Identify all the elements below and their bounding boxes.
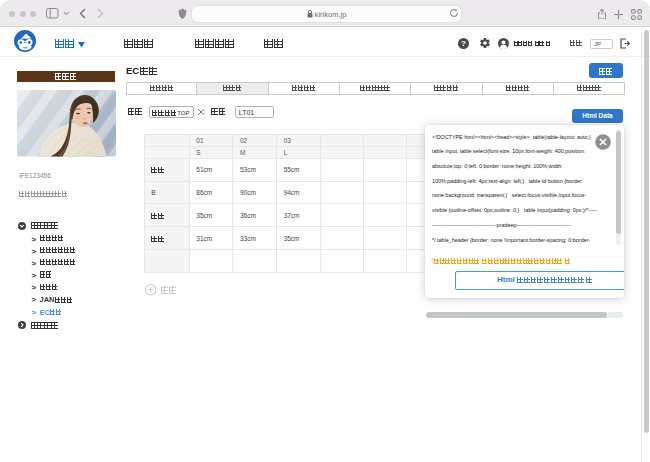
svg-text:?: ? [461,39,466,48]
